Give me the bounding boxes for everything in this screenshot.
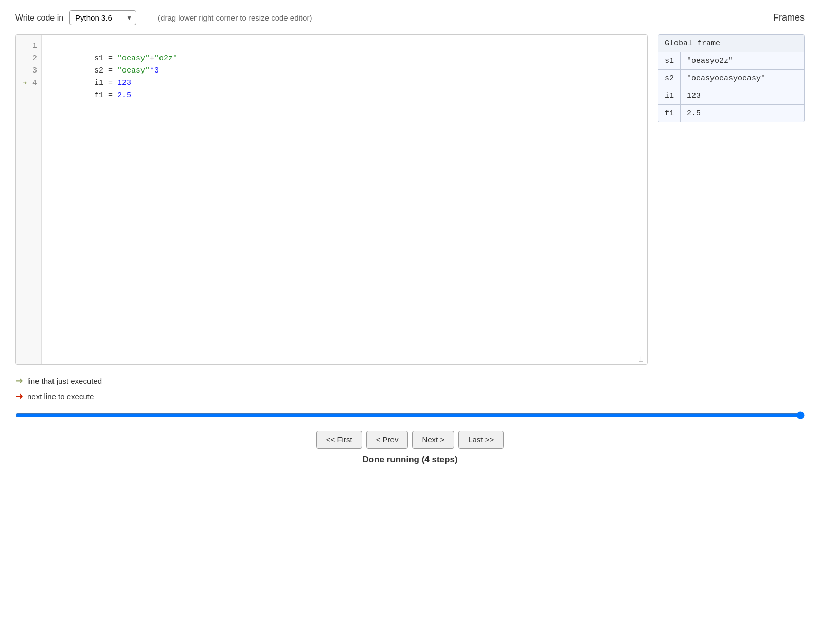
slider-area[interactable] — [15, 410, 805, 422]
frame-row-i1: i1 123 — [658, 87, 804, 105]
next-button[interactable]: Next > — [412, 431, 454, 449]
code-line-1: s1 = "oeasy"+"o2z" — [48, 40, 641, 52]
nav-buttons: << First < Prev Next > Last >> — [316, 431, 504, 449]
legend-green-arrow-icon: ➜ — [15, 375, 23, 386]
legend-red: ➜ next line to execute — [15, 390, 805, 402]
arrow-3 — [20, 65, 29, 77]
line-number-2: 2 — [20, 52, 37, 65]
legend-area: ➜ line that just executed ➜ next line to… — [15, 375, 805, 402]
var-value-i1: 123 — [681, 87, 804, 105]
frame-table: s1 "oeasyo2z" s2 "oeasyoeasyoeasy" i1 12… — [658, 52, 804, 122]
var-name-s2: s2 — [658, 70, 681, 87]
frame-row-s2: s2 "oeasyoeasyoeasy" — [658, 70, 804, 87]
prev-button[interactable]: < Prev — [366, 431, 408, 449]
legend-green-label: line that just executed — [27, 377, 102, 385]
language-select[interactable]: Python 3.6 Python 2.7 Java JavaScript — [69, 10, 136, 25]
write-code-label: Write code in — [15, 13, 63, 23]
arrow-2 — [20, 52, 29, 65]
resize-handle-icon[interactable]: ⟘ — [639, 356, 645, 362]
first-button[interactable]: << First — [316, 431, 362, 449]
line-number-4: ➜ 4 — [20, 77, 37, 90]
status-text: Done running (4 steps) — [362, 455, 457, 465]
legend-red-label: next line to execute — [27, 392, 94, 401]
arrow-1 — [20, 40, 29, 52]
step-slider[interactable] — [15, 410, 805, 420]
language-select-wrapper[interactable]: Python 3.6 Python 2.7 Java JavaScript ▼ — [69, 10, 136, 25]
code-editor[interactable]: 1 2 3 ➜ 4 s1 = "oeasy"+"o2z" — [15, 34, 648, 365]
global-frame-header: Global frame — [658, 35, 804, 52]
var-name-s1: s1 — [658, 52, 681, 70]
var-value-s2: "oeasyoeasyoeasy" — [681, 70, 804, 87]
frame-row-f1: f1 2.5 — [658, 105, 804, 122]
legend-red-arrow-icon: ➜ — [15, 390, 23, 402]
line-number-1: 1 — [20, 40, 37, 52]
global-frame: Global frame s1 "oeasyo2z" s2 "oeasyoeas… — [658, 34, 805, 122]
last-button[interactable]: Last >> — [458, 431, 504, 449]
var-value-s1: "oeasyo2z" — [681, 52, 804, 70]
legend-green: ➜ line that just executed — [15, 375, 805, 386]
var-name-f1: f1 — [658, 105, 681, 122]
frame-row-s1: s1 "oeasyo2z" — [658, 52, 804, 70]
controls-area: << First < Prev Next > Last >> Done runn… — [15, 431, 805, 465]
code-content[interactable]: s1 = "oeasy"+"o2z" s2 = "oeasy"*3 i1 = 1… — [42, 35, 647, 364]
line-number-3: 3 — [20, 65, 37, 77]
line-numbers: 1 2 3 ➜ 4 — [16, 35, 42, 364]
frames-panel: Global frame s1 "oeasyo2z" s2 "oeasyoeas… — [658, 34, 805, 122]
drag-hint: (drag lower right corner to resize code … — [158, 13, 312, 22]
frames-label: Frames — [773, 12, 805, 23]
var-value-f1: 2.5 — [681, 105, 804, 122]
green-arrow-icon: ➜ — [20, 77, 29, 90]
code-line-4: f1 = 2.5 — [48, 77, 641, 90]
var-name-i1: i1 — [658, 87, 681, 105]
